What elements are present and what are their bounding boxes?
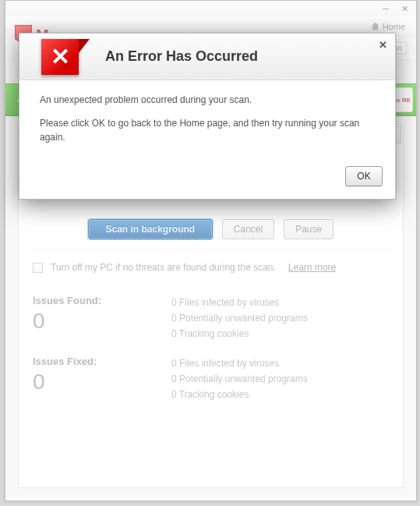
error-dialog: ✕ An Error Has Occurred ✕ An unexpected … [19,33,396,200]
dialog-title: An Error Has Occurred [105,48,258,65]
error-icon: ✕ [41,39,79,75]
dialog-header: ✕ An Error Has Occurred ✕ [19,34,395,80]
dialog-message-2: Please click OK to go back to the Home p… [40,116,376,144]
dialog-footer: OK [19,161,395,199]
x-icon: ✕ [51,45,70,69]
ok-button[interactable]: OK [345,166,383,186]
dialog-body: An unexpected problem occurred during yo… [19,80,395,161]
dialog-close-button[interactable]: ✕ [376,38,389,51]
dialog-message-1: An unexpected problem occurred during yo… [40,93,376,107]
